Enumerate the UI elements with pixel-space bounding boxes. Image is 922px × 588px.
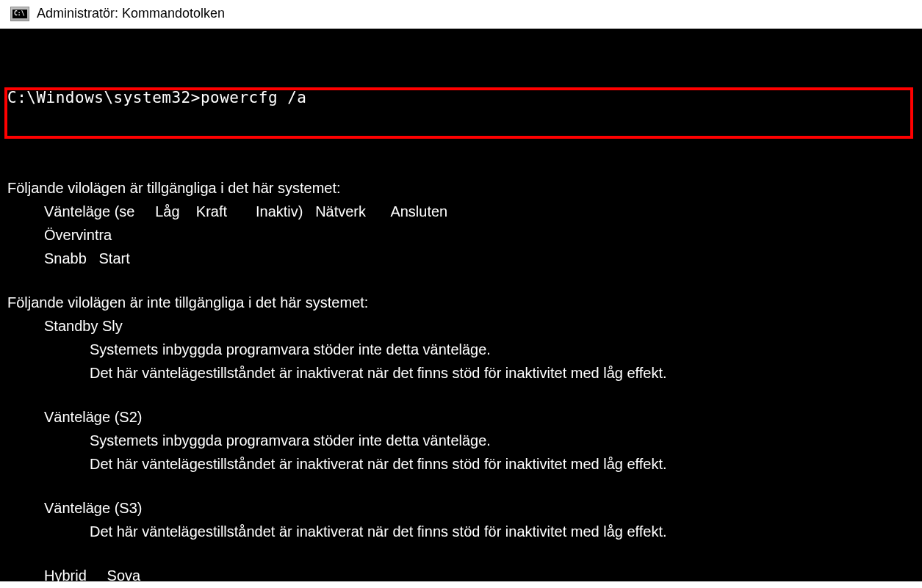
w5: Nätverk: [315, 200, 366, 223]
command: powercfg /a: [201, 89, 307, 106]
w2: Sova: [107, 564, 141, 587]
standby-sly-line-1: Systemets inbyggda programvara stöder in…: [7, 338, 915, 361]
standby-sly-line-2: Det här väntelägestillståndet är inaktiv…: [7, 361, 915, 385]
standby-sly-title: Standby Sly: [7, 314, 915, 338]
w1: Hybrid: [44, 564, 87, 587]
available-line-2: Övervintra: [7, 223, 915, 247]
s2-line-2: Det här väntelägestillståndet är inaktiv…: [7, 452, 915, 476]
w2: Låg: [155, 200, 179, 223]
hybrid-title: Hybrid Sova: [7, 564, 915, 587]
prompt: C:\Windows\system32>: [7, 89, 201, 106]
w4: Inaktiv): [256, 200, 303, 223]
prompt-line: C:\Windows\system32>powercfg /a: [7, 87, 915, 109]
s3-title: Vänteläge (S3): [7, 496, 915, 520]
available-header: Följande vilolägen är tillgängliga i det…: [7, 176, 915, 200]
available-line-3: Snabb Start: [7, 247, 915, 270]
window-title: Administratör: Kommandotolken: [37, 6, 225, 21]
cmd-icon-text: C:\: [12, 10, 27, 18]
cmd-icon: C:\: [10, 7, 29, 21]
w2: Start: [99, 247, 130, 270]
unavailable-header: Följande vilolägen är inte tillgängliga …: [7, 291, 915, 314]
w3: Kraft: [196, 200, 227, 223]
s2-title: Vänteläge (S2): [7, 405, 915, 429]
window-titlebar: C:\ Administratör: Kommandotolken: [0, 0, 922, 29]
w6: Ansluten: [390, 200, 447, 223]
terminal-area[interactable]: C:\Windows\system32>powercfg /a Följande…: [0, 29, 922, 581]
w1: Snabb: [44, 247, 87, 270]
w1: Vänteläge (se: [44, 200, 134, 223]
available-line-1: Vänteläge (se Låg Kraft Inaktiv) Nätverk…: [7, 200, 915, 223]
s3-line-1: Det här väntelägestillståndet är inaktiv…: [7, 520, 915, 543]
s2-line-1: Systemets inbyggda programvara stöder in…: [7, 429, 915, 452]
